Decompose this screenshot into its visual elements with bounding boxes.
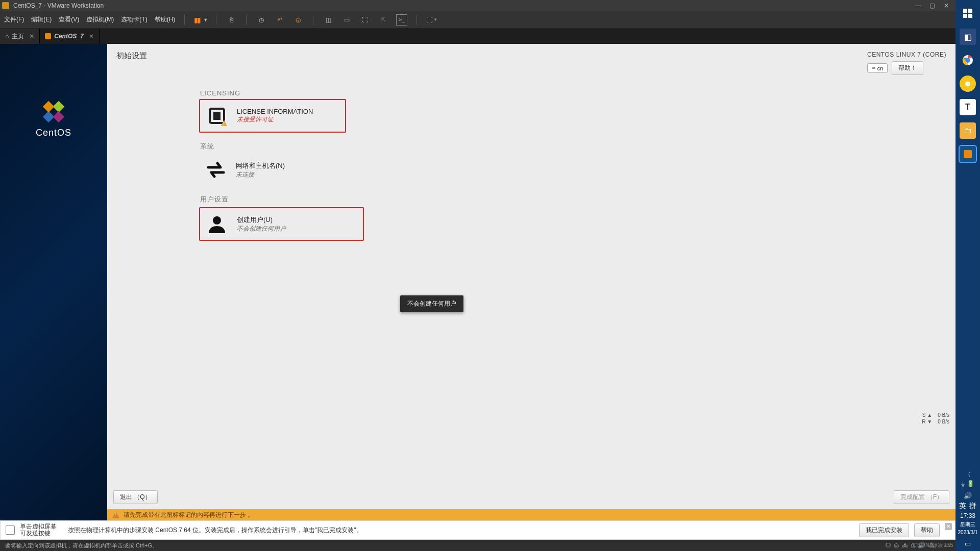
- warning-text: 请先完成带有此图标标记的内容再进行下一步 。: [124, 511, 254, 519]
- vmware-app-icon: [2, 2, 9, 9]
- window-maximize-button[interactable]: ▢: [925, 2, 939, 9]
- install-done-button[interactable]: 我已完成安装: [859, 523, 909, 537]
- vmware-window: CentOS_7 - VMware Workstation — ▢ ✕ 文件(F…: [0, 0, 955, 551]
- user-title: 创建用户(U): [237, 215, 286, 224]
- net-recv-label: R ▼: [922, 419, 932, 424]
- taskbar-app-2-icon[interactable]: ☻: [960, 76, 976, 92]
- window-minimize-button[interactable]: —: [911, 2, 925, 9]
- network-sub: 未连接: [236, 170, 285, 179]
- taskbar-app-1-icon[interactable]: ◧: [960, 29, 976, 45]
- net-send-val: 0 B/s: [938, 412, 949, 418]
- keyboard-indicator[interactable]: ⌨ cn: [867, 63, 888, 73]
- svg-rect-9: [53, 111, 65, 123]
- menubar: 文件(F) 编辑(E) 查看(V) 虚拟机(M) 选项卡(T) 帮助(H) ▮▮…: [0, 11, 955, 29]
- window-title: CentOS_7 - VMware Workstation: [13, 2, 104, 9]
- menu-tabs[interactable]: 选项卡(T): [121, 15, 147, 24]
- file-explorer-icon[interactable]: 🗀: [960, 122, 976, 139]
- window-close-button[interactable]: ✕: [939, 2, 953, 9]
- user-spoke-highlight: 创建用户(U) 不会创建任何用户: [199, 207, 364, 241]
- quit-button[interactable]: 退出 （Q）: [113, 490, 158, 504]
- ime-mode[interactable]: 拼: [969, 502, 976, 510]
- finish-button[interactable]: 完成配置 （F）: [894, 490, 949, 504]
- guest-brand-sidebar: CentOS: [0, 44, 107, 520]
- windows-start-icon[interactable]: [960, 5, 976, 21]
- svg-rect-8: [43, 101, 55, 113]
- menu-view[interactable]: 查看(V): [59, 15, 79, 24]
- guest-header: 初始设置 CENTOS LINUX 7 (CORE) ⌨ cn 帮助！: [107, 44, 955, 75]
- svg-point-5: [965, 58, 970, 63]
- license-sub: 未接受许可证: [237, 115, 313, 124]
- toolbar-fullscreen-icon[interactable]: ⛶▼: [426, 14, 437, 26]
- tab-vm[interactable]: CentOS_7 ✕: [40, 29, 99, 44]
- hint-body: 按照在物理计算机中的步骤安装 CentOS 7 64 位。安装完成后，操作系统会…: [68, 526, 362, 535]
- toolbar-stretch-icon[interactable]: ⛶: [359, 14, 371, 26]
- svg-point-14: [213, 216, 221, 224]
- toolbar-send-ctrlaltdel-icon[interactable]: ⎘: [226, 14, 237, 26]
- vmware-taskbar-icon[interactable]: [960, 146, 976, 162]
- dev-cd-icon[interactable]: ◎: [894, 542, 899, 549]
- warning-icon: [112, 511, 119, 518]
- page-title: 初始设置: [116, 51, 147, 61]
- user-sub: 不会创建任何用户: [237, 224, 286, 233]
- section-system: 系统: [200, 142, 864, 151]
- menu-edit[interactable]: 编辑(E): [31, 15, 52, 24]
- taskbar-app-text-icon[interactable]: T: [960, 99, 976, 115]
- tab-vm-label: CentOS_7: [54, 33, 83, 40]
- hint-close-button[interactable]: ✕: [945, 523, 952, 530]
- menu-file[interactable]: 文件(F): [4, 15, 24, 24]
- install-hint-bar: 单击虚拟屏幕 可发送按键 按照在物理计算机中的步骤安装 CentOS 7 64 …: [0, 520, 955, 540]
- license-spoke[interactable]: ! LICENSE INFORMATION 未接受许可证: [200, 100, 345, 132]
- wifi-icon[interactable]: ⏚: [961, 480, 965, 487]
- svg-rect-1: [968, 9, 972, 13]
- keyboard-layout: cn: [877, 65, 884, 71]
- svg-rect-11: [213, 112, 220, 120]
- toolbar-unity-icon[interactable]: ⇱: [378, 14, 389, 26]
- toolbar-fit-window-icon[interactable]: ▭: [341, 14, 352, 26]
- toolbar-console-icon[interactable]: >_: [396, 14, 407, 26]
- clock-time[interactable]: 17:33: [960, 512, 975, 519]
- keyboard-icon: ⌨: [872, 65, 875, 71]
- svg-rect-7: [43, 111, 55, 123]
- help-button[interactable]: 帮助！: [892, 61, 923, 75]
- user-spoke[interactable]: 创建用户(U) 不会创建任何用户: [200, 208, 363, 240]
- battery-icon[interactable]: 🔋: [967, 480, 974, 487]
- clock-date: 2023/3/1: [958, 530, 978, 536]
- hint-lead-2: 可发送按键: [20, 530, 57, 537]
- centos-logo: CentOS: [0, 100, 107, 138]
- svg-rect-2: [963, 14, 967, 18]
- guest-panel[interactable]: 初始设置 CENTOS LINUX 7 (CORE) ⌨ cn 帮助！ LICE…: [107, 44, 955, 520]
- license-spoke-highlight: ! LICENSE INFORMATION 未接受许可证: [199, 99, 346, 133]
- tabstrip: ⌂ 主页 ✕ CentOS_7 ✕: [0, 29, 955, 44]
- section-licensing: LICENSING: [200, 89, 864, 97]
- toolbar-fit-guest-icon[interactable]: ◫: [323, 14, 334, 26]
- ime-lang[interactable]: 英: [959, 502, 966, 510]
- clock-dow: 星期三: [960, 521, 975, 528]
- suspend-button[interactable]: ▮▮▼: [194, 16, 207, 24]
- tab-home-close[interactable]: ✕: [29, 33, 34, 40]
- distro-name: CENTOS LINUX 7 (CORE): [867, 51, 946, 58]
- warning-bar: 请先完成带有此图标标记的内容再进行下一步 。: [107, 509, 955, 520]
- volume-icon[interactable]: 🔊: [964, 492, 972, 500]
- tab-home[interactable]: ⌂ 主页 ✕: [0, 29, 40, 44]
- system-tray: 〈 ⏚ 🔋 🔊 英 拼 17:33 星期三 2023/3/1 ▭: [955, 471, 980, 548]
- toolbar-revert-icon[interactable]: ↶: [274, 14, 285, 26]
- toolbar-snapshot-icon[interactable]: ◷: [256, 14, 267, 26]
- watermark: CSDN @凌775: [913, 541, 953, 549]
- menu-vm[interactable]: 虚拟机(M): [86, 15, 114, 24]
- chrome-icon[interactable]: [960, 52, 976, 68]
- menu-help[interactable]: 帮助(H): [155, 15, 176, 24]
- vm-content: CentOS 初始设置 CENTOS LINUX 7 (CORE) ⌨ cn 帮…: [0, 44, 955, 520]
- hint-help-button[interactable]: 帮助: [914, 523, 940, 537]
- toolbar-manage-snap-icon[interactable]: ◵: [292, 14, 304, 26]
- network-spoke[interactable]: 网络和主机名(N) 未连接: [199, 154, 864, 186]
- dev-net-icon[interactable]: 🖧: [902, 542, 908, 549]
- dev-hdd-icon[interactable]: ⛁: [886, 542, 891, 549]
- user-icon: [206, 213, 228, 235]
- hint-icon: [6, 525, 15, 535]
- vmware-statusbar: 要将输入定向到该虚拟机，请在虚拟机内部单击或按 Ctrl+G。 ⛁ ◎ 🖧 ⎙ …: [0, 540, 955, 551]
- tab-vm-close[interactable]: ✕: [89, 33, 94, 40]
- tray-chevron-icon[interactable]: 〈: [965, 471, 971, 478]
- notifications-icon[interactable]: ▭: [965, 540, 971, 548]
- license-icon: !: [206, 105, 228, 127]
- svg-rect-0: [963, 9, 967, 13]
